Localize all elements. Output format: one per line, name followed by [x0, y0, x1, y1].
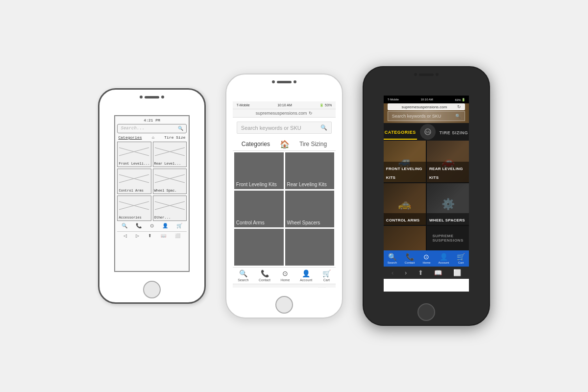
- wire-cell-rear-leveling[interactable]: Rear Leveling Kits: [285, 152, 335, 189]
- dark-category-grid: 🚙 FRONT LEVELING KITS 🚗 REAR LEVELING KI…: [384, 141, 469, 250]
- dark-nav-account[interactable]: 👤 Account: [438, 253, 449, 264]
- wire-home-button[interactable]: [275, 296, 293, 314]
- sketch-home-button[interactable]: [143, 281, 161, 298]
- wire-nav-cart[interactable]: 🛒 Cart: [322, 270, 331, 282]
- dark-search-bar[interactable]: Search keywords or SKU 🔍: [388, 111, 465, 121]
- dark-screen: T-Mobile 10:10 AM 63% 🔋 supremesuspensio…: [384, 96, 469, 292]
- wire-tab-tire-sizing[interactable]: Tire Sizing: [294, 138, 332, 150]
- sketch-nav-account[interactable]: 👤: [162, 223, 168, 228]
- dark-phone: T-Mobile 10:10 AM 63% 🔋 supremesuspensio…: [363, 66, 490, 326]
- sketch-cell-x-4: [154, 170, 185, 187]
- sketch-cell-accessories[interactable]: Accessories: [117, 196, 151, 221]
- sketch-categories-label[interactable]: Categories: [118, 135, 142, 140]
- dark-nav-contact[interactable]: 📞 Contact: [405, 253, 415, 264]
- sketch-tiresize-label[interactable]: Tire Size: [164, 135, 185, 140]
- sketch-home-icon: ⌂: [152, 135, 154, 140]
- wire-safari-forward[interactable]: ›: [259, 287, 261, 288]
- dark-tab-tire-sizing[interactable]: TIRE SIZING: [439, 124, 469, 139]
- wire-safari-bookmarks[interactable]: 📖: [295, 287, 303, 288]
- dark-tab-logo[interactable]: SS: [420, 124, 436, 140]
- dark-safari-share[interactable]: ⬆: [418, 269, 423, 276]
- wire-cart-label: Cart: [323, 278, 330, 282]
- dark-refresh-icon[interactable]: ↻: [457, 104, 461, 109]
- dark-safari-forward[interactable]: ›: [405, 269, 407, 276]
- dark-nav-search[interactable]: 🔍 Search: [388, 253, 397, 264]
- wire-cell-empty-1[interactable]: [234, 229, 284, 266]
- dark-tab-categories[interactable]: CATEGORIES: [384, 124, 417, 140]
- sketch-forward[interactable]: ▷: [136, 233, 139, 238]
- wire-tab-categories[interactable]: Categories: [237, 138, 275, 150]
- sketch-cell-x-5: [119, 197, 149, 214]
- sketch-cell-front-leveling[interactable]: Front Leveli...: [117, 142, 151, 167]
- dark-search-area: supremesuspensions.com ↻ Search keywords…: [384, 101, 469, 121]
- phone-camera-wire: [272, 80, 296, 83]
- dark-contact-icon: 📞: [406, 253, 414, 261]
- sketch-phone: 4:21 PM Search... 🔍 Categories ⌂ Tire Si…: [98, 88, 206, 304]
- wire-nav-home[interactable]: ⊙ Home: [281, 270, 290, 282]
- sketch-search-bar[interactable]: Search... 🔍: [117, 124, 186, 133]
- wire-cart-icon: 🛒: [322, 270, 331, 277]
- sketch-cell-label-3: Control Arms: [119, 189, 149, 193]
- dark-nav-cart[interactable]: 🛒 Cart: [457, 253, 465, 264]
- sketch-cell-label-5: Accessories: [119, 216, 149, 220]
- sketch-back[interactable]: ◁: [123, 233, 127, 238]
- sketch-cell-rear-leveling[interactable]: Rear Level...: [153, 142, 187, 167]
- dark-safari-bookmarks[interactable]: 📖: [434, 269, 442, 276]
- wire-cell-rear-leveling-label: Rear Leveling Kits: [287, 182, 327, 187]
- brand-logo-icon: SS: [424, 128, 432, 136]
- dark-tire-sizing-label: TIRE SIZING: [440, 130, 468, 135]
- dark-cell-front-leveling[interactable]: 🚙 FRONT LEVELING KITS: [384, 141, 426, 182]
- dark-account-label: Account: [438, 261, 449, 264]
- wire-refresh-icon[interactable]: ↻: [309, 111, 313, 116]
- wire-url[interactable]: supremesuspensions.com: [256, 111, 307, 116]
- wire-cell-front-leveling[interactable]: Front Leveling Kits: [234, 152, 284, 189]
- dark-cell-wheel-spacers[interactable]: ⚙️ WHEEL SPACERS: [427, 183, 469, 225]
- dark-nav-home[interactable]: ⊙ Home: [422, 253, 430, 264]
- dark-url-bar[interactable]: supremesuspensions.com ↻: [388, 103, 465, 110]
- dark-cell-brand[interactable]: SUPREMESUSPENSIONS: [427, 226, 469, 250]
- wire-carrier: T-Mobile: [237, 103, 250, 107]
- dark-home-icon: ⊙: [423, 253, 429, 261]
- sketch-nav-home[interactable]: ⊙: [150, 223, 154, 228]
- wire-nav-contact[interactable]: 📞 Contact: [259, 270, 270, 282]
- dark-wheel-spacers-overlay: WHEEL SPACERS: [427, 213, 469, 225]
- dark-front-leveling-overlay: FRONT LEVELING KITS: [384, 162, 426, 182]
- sketch-tabs[interactable]: ⬜: [175, 233, 180, 238]
- sketch-nav-search[interactable]: 🔍: [122, 223, 127, 228]
- wire-cell-wheel-spacers[interactable]: Wheel Spacers: [285, 191, 335, 227]
- wire-safari-tabs[interactable]: ⬜: [318, 287, 326, 288]
- wire-tab-home[interactable]: 🏠: [280, 140, 290, 149]
- wire-search-bar[interactable]: Search keywords or SKU 🔍: [237, 122, 332, 134]
- dark-camera-speaker: [419, 74, 434, 76]
- wire-time: 10:10 AM: [277, 103, 292, 107]
- dark-hero-area: supremesuspensions.com ↻ Search keywords…: [384, 103, 469, 123]
- wire-cell-empty-2[interactable]: [285, 229, 335, 266]
- sketch-share[interactable]: ⬆: [148, 233, 152, 238]
- sketch-cell-wheel-spacers[interactable]: Wheel Spac.: [153, 169, 187, 194]
- wire-safari-back[interactable]: ‹: [243, 287, 245, 288]
- dark-search-text: Search keywords or SKU: [392, 114, 455, 119]
- dark-search-nav-label: Search: [388, 261, 397, 264]
- wire-bottom-nav: 🔍 Search 📞 Contact ⊙ Home 👤 Account 🛒 Ca…: [233, 267, 336, 284]
- wire-search-icon: 🔍: [320, 124, 327, 131]
- wire-nav-account[interactable]: 👤 Account: [300, 270, 312, 282]
- wire-cell-control-arms-label: Control Arms: [236, 220, 265, 225]
- dark-cell-rear-leveling[interactable]: 🚗 REAR LEVELING KITS: [427, 141, 469, 182]
- wire-safari-share[interactable]: ⬆: [275, 287, 281, 288]
- sketch-cell-control-arms[interactable]: Control Arms: [117, 169, 151, 194]
- sketch-cell-other[interactable]: Other...: [153, 196, 187, 221]
- dark-safari-tabs[interactable]: ⬜: [453, 269, 461, 276]
- camera-dot: [140, 96, 143, 98]
- wire-cell-control-arms[interactable]: Control Arms: [234, 191, 284, 227]
- sketch-cell-label-2: Rear Level...: [154, 162, 185, 166]
- dark-safari-back[interactable]: ‹: [392, 269, 393, 276]
- sketch-bookmarks[interactable]: 📖: [161, 233, 166, 238]
- dark-tabs: CATEGORIES SS TIRE SIZING: [384, 123, 469, 141]
- wheel-icon: ⚙️: [441, 198, 455, 211]
- dark-cell-control-arms[interactable]: 🚕 CONTROL ARMS: [384, 183, 426, 225]
- dark-home-button[interactable]: [417, 303, 435, 321]
- sketch-nav-cart[interactable]: 🛒: [176, 223, 182, 228]
- sketch-nav-contact[interactable]: 📞: [136, 223, 142, 228]
- dark-cell-accessories[interactable]: [384, 226, 426, 250]
- wire-nav-search[interactable]: 🔍 Search: [238, 270, 248, 282]
